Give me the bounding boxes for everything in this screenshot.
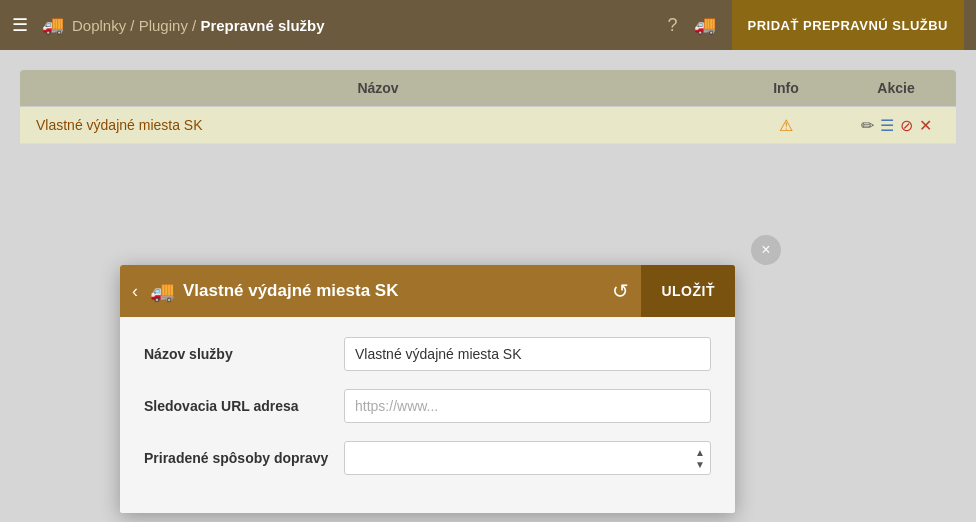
- edit-service-modal: ‹ 🚚 Vlastné výdajné miesta SK ↺ ULOŽIŤ N…: [120, 265, 735, 513]
- row-actions-cell: ✏ ☰ ⊘ ✕: [836, 108, 956, 143]
- row-info-cell: ⚠: [736, 108, 836, 143]
- label-transport-methods: Priradené spôsoby dopravy: [144, 450, 344, 466]
- select-transport-methods[interactable]: [344, 441, 711, 475]
- col-info-header: Info: [736, 70, 836, 106]
- form-row-service-name: Názov služby: [144, 337, 711, 371]
- delete-icon[interactable]: ✕: [919, 116, 932, 135]
- col-name-header: Názov: [20, 70, 736, 106]
- modal-truck-icon: 🚚: [150, 279, 175, 303]
- form-row-transport-methods: Priradené spôsoby dopravy ▲ ▼: [144, 441, 711, 475]
- warning-icon[interactable]: ⚠: [779, 116, 793, 135]
- modal-save-button[interactable]: ULOŽIŤ: [641, 265, 735, 317]
- input-tracking-url[interactable]: [344, 389, 711, 423]
- modal-title: Vlastné výdajné miesta SK: [183, 281, 600, 301]
- stop-icon[interactable]: ⊘: [900, 116, 913, 135]
- table-header: Názov Info Akcie: [20, 70, 956, 107]
- modal-header: ‹ 🚚 Vlastné výdajné miesta SK ↺ ULOŽIŤ: [120, 265, 735, 317]
- main-content: Názov Info Akcie Vlastné výdajné miesta …: [0, 50, 976, 522]
- edit-icon[interactable]: ✏: [861, 116, 874, 135]
- help-icon[interactable]: ?: [667, 15, 677, 36]
- label-tracking-url: Sledovacia URL adresa: [144, 398, 344, 414]
- table-row: Vlastné výdajné miesta SK ⚠ ✏ ☰ ⊘ ✕: [20, 107, 956, 144]
- input-service-name[interactable]: [344, 337, 711, 371]
- service-name: Vlastné výdajné miesta SK: [20, 107, 736, 143]
- services-table: Názov Info Akcie Vlastné výdajné miesta …: [20, 70, 956, 144]
- col-actions-header: Akcie: [836, 70, 956, 106]
- breadcrumb: Doplnky / Pluginy / Prepravné služby: [72, 17, 659, 34]
- topbar: ☰ 🚚 Doplnky / Pluginy / Prepravné služby…: [0, 0, 976, 50]
- list-icon[interactable]: ☰: [880, 116, 894, 135]
- select-wrapper-transport: ▲ ▼: [344, 441, 711, 475]
- topbar-truck-icon: 🚚: [42, 14, 64, 36]
- close-modal-button[interactable]: ×: [751, 235, 781, 265]
- modal-history-icon[interactable]: ↺: [600, 279, 641, 303]
- label-service-name: Názov služby: [144, 346, 344, 362]
- modal-body: Názov služby Sledovacia URL adresa Prira…: [120, 317, 735, 513]
- breadcrumb-prefix: Doplnky / Pluginy /: [72, 17, 200, 34]
- user-icon[interactable]: 🚚: [694, 14, 716, 36]
- menu-icon[interactable]: ☰: [12, 14, 28, 36]
- close-icon: ×: [761, 241, 770, 259]
- add-service-button[interactable]: PRIDAŤ PREPRAVNÚ SLUŽBU: [732, 0, 965, 50]
- breadcrumb-active: Prepravné služby: [200, 17, 324, 34]
- form-row-tracking-url: Sledovacia URL adresa: [144, 389, 711, 423]
- modal-back-button[interactable]: ‹: [120, 281, 150, 302]
